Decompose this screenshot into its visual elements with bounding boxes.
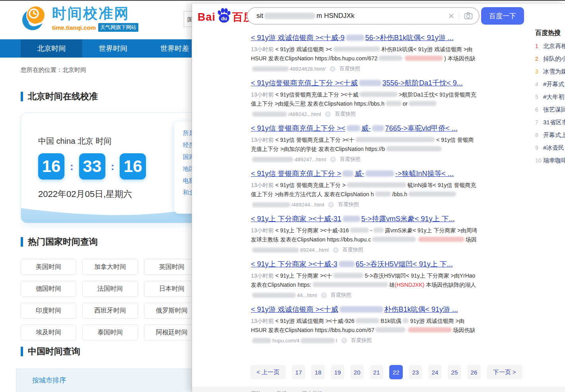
footer-link[interactable]: 举报: [276, 390, 287, 392]
page-button-23[interactable]: 23: [409, 365, 422, 379]
next-page-button[interactable]: 下一页 >: [487, 365, 522, 379]
result-url-line: 44...html▼百度快照: [251, 292, 478, 299]
baidu-cache-link[interactable]: 百度快照: [351, 337, 372, 344]
page-button-26[interactable]: 26: [467, 365, 481, 379]
clear-icon[interactable]: ✕: [448, 12, 454, 21]
country-time-button[interactable]: 法国时间: [82, 281, 138, 297]
result-url-line: 89244...html▼百度快照: [251, 246, 478, 253]
country-time-button[interactable]: 美国时间: [21, 259, 76, 275]
page-button-24[interactable]: 24: [428, 365, 442, 379]
hot-search-text: #开幕式: [543, 81, 564, 88]
page-button-20[interactable]: 20: [350, 365, 364, 379]
hot-search-item[interactable]: 9#冰壶民: [535, 144, 565, 152]
text-segment: 雄: [389, 282, 395, 288]
site-badge: 天气网旗下网站: [98, 23, 138, 32]
result-title-link[interactable]: < 91y信 誉银商充值上下分 >威-->狭毓InN操等< ...: [251, 169, 478, 178]
blurred-segment: [375, 191, 391, 197]
hot-search-header[interactable]: 百度热搜 >: [535, 29, 565, 37]
result-title-link[interactable]: < 91y游 戏诚信银商 ><十威-956->朴伤B1k吭偶< 91y游 ...: [251, 33, 478, 42]
baidu-cache-link[interactable]: 百度快照: [338, 201, 359, 208]
chevron-down-icon[interactable]: ▼: [341, 338, 347, 344]
site-title: 时间校准网: [52, 5, 130, 21]
query-blurred-segment: [264, 13, 315, 19]
result-url-line: /489242...html▼百度快照: [251, 110, 478, 118]
page-button-25[interactable]: 25: [448, 365, 461, 379]
chevron-down-icon[interactable]: ▼: [333, 247, 339, 253]
text-segment: hupu.com/4: [272, 338, 299, 344]
footer-link[interactable]: 用户反馈: [302, 390, 322, 392]
chevron-down-icon[interactable]: ▼: [330, 66, 336, 72]
text-segment: < 91y游 戏诚信银商 ><: [274, 46, 332, 52]
blurred-segment: [333, 46, 380, 52]
hot-search-item[interactable]: 1北京再相: [535, 42, 565, 50]
chevron-down-icon[interactable]: ▼: [321, 292, 327, 298]
site-logo[interactable]: 时间校准网 time.tianqi.com 天气网旗下网站: [22, 5, 138, 33]
hot-search-item[interactable]: 4#开幕式: [535, 80, 565, 88]
hot-search-item[interactable]: 2掉队的小: [535, 55, 565, 63]
hot-search-item[interactable]: 8开幕式上: [535, 131, 565, 139]
hot-search-rank: 2: [535, 56, 540, 62]
sort-by-city-tab[interactable]: 按城市排序: [32, 376, 66, 385]
footer-link[interactable]: 帮助: [251, 390, 261, 392]
chevron-down-icon[interactable]: ▼: [328, 202, 334, 208]
country-time-button[interactable]: 俄罗斯时间: [144, 303, 200, 319]
blurred-segment: [359, 80, 381, 86]
page-button-21[interactable]: 21: [370, 365, 383, 379]
chevron-down-icon[interactable]: ▼: [325, 111, 331, 117]
result-title-link[interactable]: < 91y信誉银商充值上下分 ><十威3556->航阶Da1千忱< 9...: [251, 78, 478, 88]
blurred-segment: [365, 170, 394, 177]
baidu-logo[interactable]: Bai du 百度: [198, 8, 254, 26]
country-time-button[interactable]: 泰国时间: [82, 324, 138, 340]
country-time-button[interactable]: 西班牙时间: [82, 303, 138, 319]
page-button-19[interactable]: 19: [331, 365, 344, 379]
text-segment: or: [403, 100, 408, 107]
blurred-segment-pink: [405, 56, 443, 61]
result-title-link[interactable]: < 91y上 下分商家 ><十威-365->吞沃H5V烟凹< 91y上 下...: [251, 259, 478, 269]
result-url-line: hupu.com/4l▼百度快照: [251, 337, 478, 344]
countries-section-title: 热门国家时间查询: [28, 236, 98, 248]
text-segment: 3556->航阶Da1千忱< 9...: [382, 79, 463, 87]
result-title-link[interactable]: < 91y信 誉银商充值上下分 ><威-7665->辜驼vld甲侨< ...: [251, 124, 478, 133]
baidu-cache-link[interactable]: 百度快照: [343, 246, 363, 253]
page-button-18[interactable]: 18: [311, 365, 325, 379]
nav-item-1[interactable]: 世界时间: [82, 39, 144, 58]
chevron-down-icon[interactable]: ▼: [330, 156, 336, 162]
result-title-link[interactable]: < 91y游 戏诚信银商 ><十威朴伤B1k吭偶< 91y游 ...: [251, 305, 478, 314]
search-input[interactable]: sit m HSNDJXk ✕: [247, 7, 480, 25]
prev-page-button[interactable]: < 上一页: [250, 365, 286, 379]
country-time-button[interactable]: 德国时间: [21, 281, 76, 297]
page-button-17[interactable]: 17: [292, 365, 305, 379]
page-button-22[interactable]: 22: [389, 365, 403, 379]
nav-item-0[interactable]: 北京时间: [21, 39, 82, 58]
blurred-segment-pink: [408, 327, 452, 332]
country-time-button[interactable]: 英国时间: [144, 259, 200, 275]
country-time-button[interactable]: 日本时间: [144, 281, 200, 297]
camera-icon[interactable]: [464, 11, 473, 21]
text-segment: < 91y上 下分商家 ><十威-31: [251, 215, 342, 223]
result-snippet: 13小时前 < 91y上 下分商家 ><十5->吞沃H5V烟凹< 91y上 下分…: [251, 271, 478, 290]
hot-search-item[interactable]: 5#大年初: [535, 93, 565, 101]
baidu-cache-link[interactable]: 百度快照: [340, 65, 360, 72]
search-result: < 91y上 下分商家 ><十威-315->持露vmS米豢< 91y上 下...…: [251, 214, 478, 253]
hot-search-item[interactable]: 3冰雪为媒: [535, 68, 565, 75]
hot-search-item[interactable]: 731省区市: [535, 118, 565, 126]
baidu-cache-link[interactable]: 百度快照: [340, 156, 361, 163]
blurred-segment: [339, 261, 355, 267]
time-ago-label: 13小时前: [251, 272, 274, 279]
search-query: sit m HSNDJXk: [256, 12, 444, 20]
hot-search-text: 31省区市: [543, 119, 565, 126]
result-title-link[interactable]: < 91y上 下分商家 ><十威-315->持露vmS米豢< 91y上 下...: [251, 214, 478, 224]
baidu-cache-link[interactable]: 百度快照: [335, 110, 355, 118]
country-time-button[interactable]: 阿根廷时间: [144, 324, 200, 340]
hot-search-item[interactable]: 6张艺谋回: [535, 106, 565, 114]
country-time-button[interactable]: 埃及时间: [21, 324, 76, 340]
baidu-search-button[interactable]: 百度一下: [481, 7, 524, 25]
result-url-line: 489247...html▼百度快照: [251, 156, 478, 163]
clock-colon: :: [70, 160, 74, 173]
hot-search-item[interactable]: 10瑞幸咖啡: [535, 156, 565, 164]
blurred-segment: [252, 338, 271, 343]
country-time-button[interactable]: 印度时间: [21, 303, 76, 319]
country-time-button[interactable]: 加拿大时间: [82, 259, 138, 275]
baidu-cache-link[interactable]: 百度快照: [331, 292, 351, 299]
hot-search-sidebar: 百度热搜 > 1北京再相2掉队的小3冰雪为媒4#开幕式5#大年初6张艺谋回731…: [535, 29, 565, 164]
